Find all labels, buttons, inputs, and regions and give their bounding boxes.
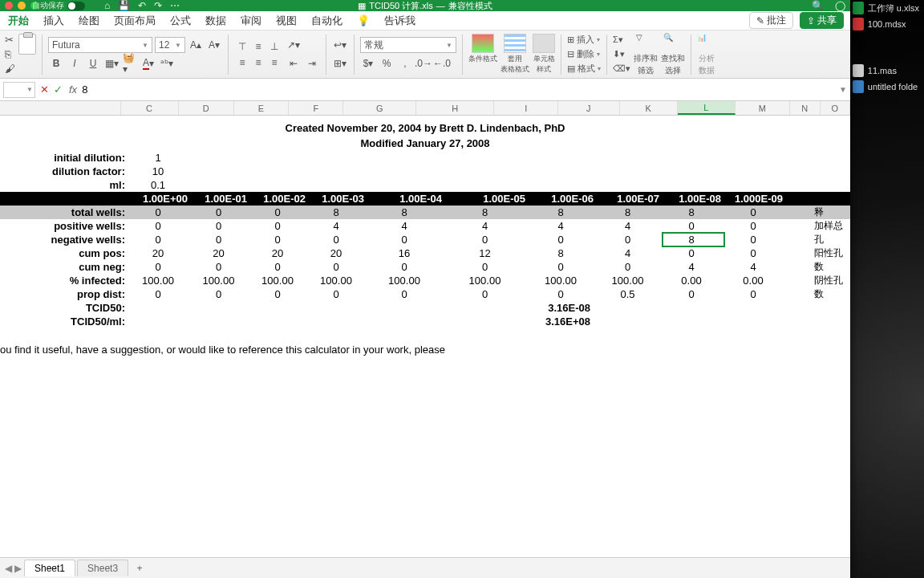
dec-decimal-icon[interactable]: ←.0 [434, 55, 450, 71]
cell[interactable]: 0 [597, 233, 663, 246]
orientation-button[interactable]: ↗▾ [286, 37, 302, 53]
menu-review[interactable]: 审阅 [241, 14, 261, 28]
save-icon[interactable]: 💾 [118, 0, 130, 11]
cell[interactable]: 0 [309, 233, 367, 246]
cell[interactable]: 0 [724, 287, 786, 301]
clear-button[interactable]: ⌫▾ [613, 63, 630, 75]
col-header[interactable]: H [416, 101, 494, 115]
name-box[interactable]: ▼ [3, 82, 35, 98]
cell[interactable]: 0 [663, 246, 724, 260]
cell[interactable]: 8 [663, 206, 724, 219]
formula-value[interactable]: 8 [82, 83, 847, 96]
selected-cell[interactable]: 8 [663, 233, 724, 246]
cell[interactable]: 0 [367, 260, 445, 274]
fx-icon[interactable]: fx [69, 83, 77, 96]
menu-insert[interactable]: 插入 [43, 14, 64, 28]
bold-button[interactable]: B [48, 55, 64, 71]
decrease-font-icon[interactable]: A▾ [206, 37, 222, 53]
cell[interactable]: 4 [597, 246, 663, 260]
cell[interactable]: 0 [191, 233, 250, 246]
cell[interactable]: 8 [309, 206, 367, 219]
cell[interactable]: 4 [445, 219, 529, 233]
cell[interactable]: 0 [724, 219, 786, 233]
col-header[interactable]: C [121, 101, 179, 115]
italic-button[interactable]: I [67, 55, 83, 71]
cell[interactable]: 0 [663, 219, 724, 233]
cell[interactable]: 0.00 [724, 274, 786, 287]
cell[interactable]: 0 [309, 287, 367, 301]
cell[interactable]: 100.00 [129, 274, 191, 287]
cell[interactable]: 0 [129, 233, 191, 246]
dilution-cell[interactable]: 1.000E-09 [724, 192, 786, 206]
sheet-tab-1[interactable]: Sheet1 [24, 560, 75, 576]
col-header-selected[interactable]: L [678, 101, 736, 115]
align-left-icon[interactable]: ≡ [234, 55, 250, 71]
cell[interactable]: 0 [724, 233, 786, 246]
number-format-combo[interactable]: 常规▼ [360, 37, 456, 53]
increase-font-icon[interactable]: A▴ [188, 37, 204, 53]
cell[interactable]: 0 [129, 287, 191, 301]
fill-button[interactable]: ⬇▾ [613, 48, 630, 61]
cell[interactable]: 0 [724, 246, 786, 260]
dilution-cell[interactable]: 1.00E-08 [663, 192, 724, 206]
menu-formulas[interactable]: 公式 [170, 14, 191, 28]
dilution-cell[interactable]: 1.00E-03 [309, 192, 367, 206]
close-icon[interactable] [5, 2, 13, 10]
cell[interactable]: 16 [367, 246, 445, 260]
indent-inc-icon[interactable]: ⇥ [304, 55, 320, 71]
align-center-icon[interactable]: ≡ [250, 55, 266, 71]
dilution-cell[interactable]: 1.00E-02 [250, 192, 309, 206]
cell[interactable]: 20 [309, 246, 367, 260]
cell[interactable]: 0 [129, 206, 191, 219]
menu-home[interactable]: 开始 [8, 14, 29, 28]
autosum-button[interactable]: Σ▾ [613, 34, 630, 47]
percent-icon[interactable]: % [379, 55, 395, 71]
cell[interactable]: 0 [250, 206, 309, 219]
account-icon[interactable]: ◯ [835, 0, 845, 11]
cell[interactable]: 4 [597, 219, 663, 233]
cell[interactable]: 8 [529, 206, 597, 219]
cell[interactable]: 0 [191, 260, 250, 274]
val-ml[interactable]: 0.1 [129, 178, 191, 192]
add-sheet-button[interactable]: + [130, 563, 149, 574]
analyze-data-button[interactable]: 📊分析数据 [697, 33, 716, 76]
cell[interactable]: 0.5 [597, 287, 663, 301]
comments-button[interactable]: ✎批注 [749, 12, 793, 29]
cell[interactable]: 0 [367, 287, 445, 301]
cell[interactable]: 0 [445, 233, 529, 246]
format-painter-icon[interactable]: 🖌 [5, 63, 15, 75]
cond-format-button[interactable]: 条件格式 [468, 34, 497, 75]
cell[interactable]: 0 [529, 260, 597, 274]
copy-icon[interactable]: ⎘ [5, 48, 15, 60]
cell[interactable]: 0 [367, 233, 445, 246]
fill-color-button[interactable]: 🧺▾ [122, 55, 138, 71]
inc-decimal-icon[interactable]: .0→ [415, 55, 432, 71]
cell[interactable]: 100.00 [191, 274, 250, 287]
home-icon[interactable]: ⌂ [104, 0, 110, 11]
underline-button[interactable]: U [85, 55, 101, 71]
undo-icon[interactable]: ↶ [138, 0, 146, 11]
font-color-button[interactable]: A▾ [140, 55, 156, 71]
cell[interactable]: 0 [309, 260, 367, 274]
share-button[interactable]: ⇪共享 [800, 12, 844, 29]
align-middle-icon[interactable]: ≡ [250, 39, 266, 55]
col-header[interactable]: M [736, 101, 790, 115]
minimize-icon[interactable] [18, 2, 26, 10]
cell[interactable]: 8 [529, 246, 597, 260]
merge-button[interactable]: ⊞▾ [332, 55, 348, 71]
desktop-file-mdsx[interactable]: 100.mdsx [853, 18, 919, 31]
cell[interactable]: 12 [445, 246, 529, 260]
insert-cells-button[interactable]: ⊞插入▾ [567, 34, 601, 47]
cell[interactable]: 4 [663, 260, 724, 274]
indent-dec-icon[interactable]: ⇤ [286, 55, 302, 71]
cell[interactable]: 20 [191, 246, 250, 260]
search-icon[interactable]: 🔍 [812, 0, 824, 11]
sheet-tab-3[interactable]: Sheet3 [77, 560, 128, 576]
val-initial-dilution[interactable]: 1 [129, 151, 191, 165]
menu-view[interactable]: 视图 [276, 14, 297, 28]
cell[interactable]: 0 [529, 287, 597, 301]
col-header[interactable]: E [234, 101, 289, 115]
menu-data[interactable]: 数据 [205, 14, 226, 28]
align-bottom-icon[interactable]: ⊥ [266, 39, 282, 55]
find-select-button[interactable]: 🔍查找和选择 [661, 33, 685, 76]
